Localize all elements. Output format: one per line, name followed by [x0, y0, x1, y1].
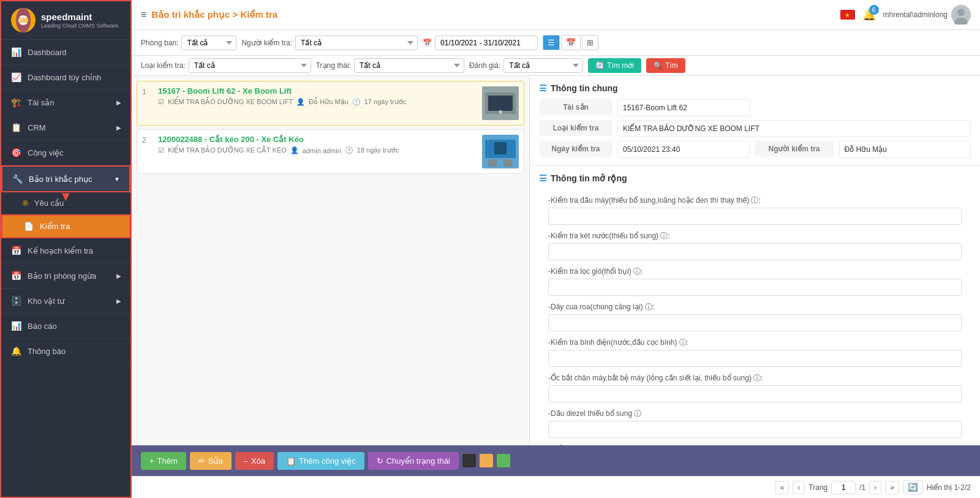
sidebar-item-cong-viec[interactable]: 🎯 Công việc	[1, 140, 130, 165]
first-page-button[interactable]: «	[775, 481, 790, 494]
svg-text:SM: SM	[19, 17, 28, 24]
delete-button[interactable]: – Xóa	[235, 452, 274, 470]
field-row-3: -Dây cua roa(chùng căng lại) ⓘ:	[548, 302, 962, 331]
meta-text-1: KIỂM TRA BẢO DƯỠNG XE BOOM LIFT	[168, 98, 293, 106]
edit-button[interactable]: ✏ Sửa	[190, 452, 232, 470]
trang-thai-select[interactable]: Tất cả	[354, 58, 464, 73]
danh-gia-label: Đánh giá:	[469, 61, 500, 70]
list-item-title-2[interactable]: 1200022488 - Cắt kéo 200 - Xe Cắt Kéo	[158, 135, 477, 144]
nguoi-kiem-tra-select[interactable]: Tất cả	[295, 36, 418, 50]
sidebar-item-dashboard-custom[interactable]: 📈 Dashboard tùy chỉnh	[1, 65, 130, 90]
field-input-0[interactable]	[548, 208, 962, 225]
phong-ban-select[interactable]: Tất cả	[181, 36, 236, 50]
bao-tri-phong-ngua-arrow: ▶	[116, 273, 121, 279]
view-icons: ☰ 📅 ⊞	[543, 35, 598, 50]
ngay-kiem-tra-label: Ngày kiểm tra	[539, 141, 612, 157]
section-icon-2: ☰	[539, 173, 547, 183]
sidebar-item-tai-san[interactable]: 🏗️ Tài sản ▶	[1, 90, 130, 115]
sidebar-item-bao-cao[interactable]: 📊 Báo cáo	[1, 314, 130, 339]
sidebar: SM speedmaint Leading Cloud CMMS Softwar…	[0, 0, 132, 498]
cong-viec-icon: 🎯	[10, 148, 21, 157]
field-label-4: -Kiểm tra bình điện(nước,đầu cọc bình) ⓘ…	[548, 338, 962, 348]
filter-trang-thai: Trạng thái: Tất cả	[316, 58, 464, 73]
crm-icon: 📋	[10, 123, 21, 132]
svg-rect-9	[488, 96, 513, 111]
change-status-button[interactable]: ↻ Chuyển trạng thái	[368, 452, 459, 470]
sidebar-item-ke-hoach[interactable]: 📅 Kế hoạch kiểm tra	[1, 238, 130, 263]
flag-icon	[840, 10, 855, 20]
calendar-view-button[interactable]: 📅	[561, 35, 581, 50]
ngay-kiem-tra-value: 05/10/2021 23:40	[617, 141, 750, 158]
notification-button[interactable]: 🔔 6	[862, 8, 876, 21]
sidebar-item-crm[interactable]: 📋 CRM ▶	[1, 115, 130, 140]
thong-bao-icon: 🔔	[10, 346, 21, 356]
list-item-content-2: 1200022488 - Cắt kéo 200 - Xe Cắt Kéo ☑ …	[158, 135, 477, 168]
next-page-button[interactable]: ›	[869, 481, 881, 494]
field-row-4: -Kiểm tra bình điện(nước,đầu cọc bình) ⓘ…	[548, 338, 962, 367]
loai-kiem-tra-label: Loại kiểm tra	[539, 120, 612, 136]
sidebar-item-kiem-tra[interactable]: 📄 Kiểm tra	[1, 214, 130, 238]
tim-button[interactable]: 🔍 Tìm	[646, 58, 685, 73]
kho-vat-tu-arrow: ▶	[116, 298, 121, 304]
logo-text: speedmaint	[41, 12, 118, 23]
list-item-title-1[interactable]: 15167 - Boom Lift 62 - Xe Boom Lift	[158, 86, 477, 96]
list-item-2[interactable]: 2 1200022488 - Cắt kéo 200 - Xe Cắt Kéo …	[137, 129, 524, 174]
edit-label: Sửa	[208, 456, 223, 466]
page-number-input[interactable]	[831, 481, 856, 494]
tim-moi-button[interactable]: 🔄 Tìm mới	[588, 58, 641, 73]
sidebar-item-dashboard[interactable]: 📊 Dashboard	[1, 40, 130, 65]
tim-moi-label: Tìm mới	[607, 61, 634, 70]
thong-tin-chung-title: Thông tin chung	[551, 83, 618, 93]
add-button[interactable]: + Thêm	[141, 452, 186, 470]
list-item[interactable]: 1 15167 - Boom Lift 62 - Xe Boom Lift ☑ …	[137, 81, 524, 126]
field-input-3[interactable]	[548, 314, 962, 331]
sidebar-item-thong-bao[interactable]: 🔔 Thông báo	[1, 339, 130, 364]
field-input-5[interactable]	[548, 385, 962, 402]
sidebar-item-bao-tri-phong-ngua[interactable]: 📅 Bảo trì phòng ngừa ▶	[1, 263, 130, 289]
svg-point-10	[499, 110, 502, 114]
field-row-1: -Kiểm tra két nước(thiếu bổ sung) ⓘ:	[548, 231, 962, 260]
bottom-toolbar: + Thêm ✏ Sửa – Xóa 📋 Thêm công việc ↻ Ch…	[132, 445, 980, 476]
thong-tin-mo-rong-header: ☰ Thông tin mở rộng	[539, 173, 971, 183]
filter-date-range: 📅	[423, 36, 538, 50]
date-range-input[interactable]	[435, 36, 538, 50]
svg-rect-15	[494, 142, 507, 154]
sidebar-item-bao-tri[interactable]: 🔧 Bảo trì khắc phục ▼ ▼	[1, 165, 130, 192]
menu-toggle-icon[interactable]: ≡	[141, 9, 146, 20]
color-yellow-box[interactable]	[480, 454, 493, 467]
field-input-6[interactable]	[548, 421, 962, 438]
user-name-1: Đỗ Hữu Mậu	[309, 98, 348, 106]
grid-view-button[interactable]: ⊞	[582, 35, 598, 50]
list-item-image-1	[482, 86, 519, 120]
sidebar-label-dashboard-custom: Dashboard tùy chỉnh	[28, 73, 121, 82]
delete-icon: –	[244, 456, 248, 466]
add-work-button[interactable]: 📋 Thêm công việc	[277, 452, 364, 470]
color-green-box[interactable]	[497, 454, 510, 467]
loai-kiem-tra-select[interactable]: Tất cả	[189, 58, 311, 73]
filter-danh-gia: Đánh giá: Tất cả	[469, 58, 583, 73]
field-label-6: -Dầu diezel thiếu bổ sung ⓘ	[548, 409, 962, 419]
field-input-2[interactable]	[548, 279, 962, 296]
logo-icon: SM	[10, 7, 36, 33]
list-item-meta-1: ☑ KIỂM TRA BẢO DƯỠNG XE BOOM LIFT 👤 Đỗ H…	[158, 98, 477, 106]
list-item-num-2: 2	[142, 135, 153, 168]
color-black-box[interactable]	[462, 454, 476, 467]
danh-gia-select[interactable]: Tất cả	[503, 58, 583, 73]
field-label-2: -Kiểm tra lọc gió(thổi bụi) ⓘ:	[548, 266, 962, 277]
last-page-button[interactable]: »	[885, 481, 899, 494]
field-input-4[interactable]	[548, 350, 962, 367]
kiem-tra-icon: 📄	[24, 222, 34, 231]
filter-nguoi-kiem-tra: Người kiểm tra: Tất cả	[241, 36, 418, 50]
detail-panel: ☰ Thông tin chung Tài sản 15167-Boom Lif…	[530, 76, 980, 445]
sidebar-item-kho-vat-tu[interactable]: 🗄️ Kho vật tư ▶	[1, 289, 130, 314]
sidebar-label-kiem-tra: Kiểm tra	[40, 222, 70, 231]
list-view-button[interactable]: ☰	[543, 35, 560, 50]
sidebar-label-cong-viec: Công việc	[28, 148, 121, 157]
filter-phong-ban: Phòng ban: Tất cả	[141, 36, 236, 50]
field-row-2: -Kiểm tra lọc gió(thổi bụi) ⓘ:	[548, 266, 962, 296]
sidebar-label-ke-hoach: Kế hoạch kiểm tra	[28, 246, 121, 255]
bao-tri-phong-ngua-icon: 📅	[10, 271, 21, 281]
field-input-1[interactable]	[548, 243, 962, 260]
prev-page-button[interactable]: ‹	[793, 481, 805, 494]
refresh-button[interactable]: 🔄	[903, 480, 923, 494]
